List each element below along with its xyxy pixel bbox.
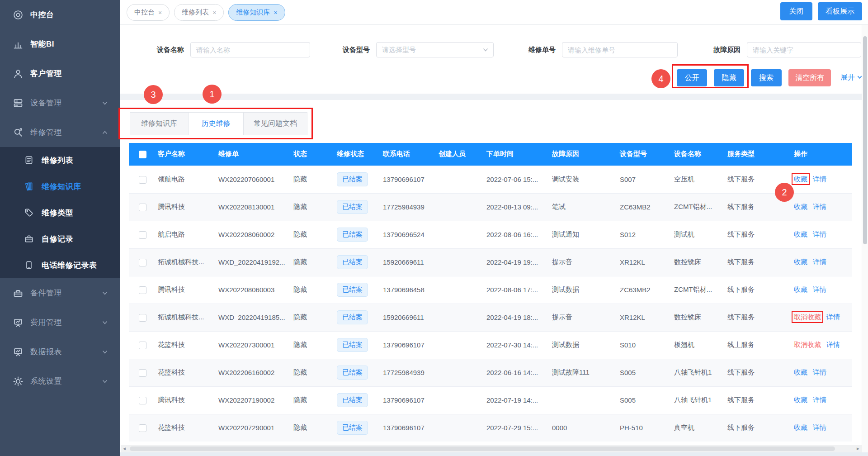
- sidebar-item-自修记录[interactable]: 自修记录: [0, 226, 120, 252]
- cell-service: 线下服务: [727, 221, 794, 248]
- cell-order: WX202207290001: [218, 414, 293, 442]
- scroll-right-arrow-icon[interactable]: ►: [854, 445, 862, 452]
- model-select[interactable]: 请选择型号: [376, 42, 494, 57]
- detail-link[interactable]: 详情: [826, 313, 840, 321]
- sidebar-item-系统设置[interactable]: 系统设置: [0, 366, 120, 396]
- sidebar-item-费用管理[interactable]: 费用管理: [0, 308, 120, 337]
- row-checkbox[interactable]: [139, 176, 146, 184]
- tab-常见问题文档[interactable]: 常见问题文档: [243, 112, 307, 135]
- table-row: 腾讯科技WX202208130001隐藏已结案177259849392022-0…: [129, 193, 852, 221]
- phone-icon: [24, 260, 34, 270]
- select-all-checkbox[interactable]: [139, 151, 146, 158]
- sidebar-item-数据报表[interactable]: 数据报表: [0, 337, 120, 366]
- unfavorite-link[interactable]: 取消收藏: [794, 341, 821, 348]
- column-header-维修状态: 维修状态: [337, 143, 383, 166]
- filter-label: 设备型号: [329, 46, 370, 54]
- row-checkbox[interactable]: [139, 369, 146, 377]
- board-display-button[interactable]: 看板展示: [818, 2, 862, 20]
- sidebar-item-设备管理[interactable]: 设备管理: [0, 88, 120, 118]
- row-checkbox[interactable]: [139, 286, 146, 294]
- row-checkbox[interactable]: [139, 314, 146, 322]
- cell-fault: 测试故障111: [552, 359, 620, 386]
- detail-link[interactable]: 详情: [813, 368, 826, 376]
- detail-link[interactable]: 详情: [813, 175, 826, 183]
- favorite-link[interactable]: 收藏: [794, 203, 807, 210]
- detail-link[interactable]: 详情: [826, 341, 840, 348]
- cell-creator: [439, 331, 486, 359]
- detail-link[interactable]: 详情: [813, 285, 826, 293]
- cell-repair-status: 已结案: [337, 193, 383, 221]
- sidebar-item-维修列表[interactable]: 维修列表: [0, 147, 120, 173]
- open-tab-维修知识库[interactable]: 维修知识库×: [228, 4, 285, 21]
- favorite-link[interactable]: 收藏: [794, 230, 807, 238]
- public-button[interactable]: 公开: [677, 69, 707, 86]
- filter-input-设备名称[interactable]: [191, 43, 310, 57]
- filter-input-故障原因[interactable]: [747, 43, 861, 57]
- favorite-link[interactable]: 收藏: [794, 285, 807, 293]
- close-tab-icon[interactable]: ×: [212, 10, 216, 16]
- row-checkbox[interactable]: [139, 397, 146, 404]
- gear-icon: [13, 376, 24, 387]
- cell-device: 八轴飞针机1: [674, 359, 727, 386]
- cell-creator: [439, 166, 486, 193]
- cell-device: 真空机: [674, 414, 727, 442]
- sidebar-item-维修类型[interactable]: 维修类型: [0, 200, 120, 226]
- row-checkbox[interactable]: [139, 231, 146, 239]
- favorite-link[interactable]: 收藏: [794, 368, 807, 376]
- detail-link[interactable]: 详情: [813, 203, 826, 210]
- favorite-link[interactable]: 收藏: [794, 175, 807, 183]
- cell-order: WX202206160002: [218, 359, 293, 386]
- sidebar-item-智能BI[interactable]: 智能BI: [0, 29, 120, 59]
- cell-creator: [439, 221, 486, 248]
- sidebar-item-中控台[interactable]: 中控台: [0, 0, 120, 29]
- favorite-link[interactable]: 收藏: [794, 396, 807, 404]
- table-row: 航启电路WX202208060002隐藏已结案137906965242022-0…: [129, 221, 852, 248]
- tab-维修知识库[interactable]: 维修知识库: [130, 112, 189, 135]
- hide-button[interactable]: 隐藏: [714, 69, 744, 86]
- search-button[interactable]: 搜索: [751, 69, 782, 86]
- cell-fault: 调试安装: [552, 166, 620, 193]
- row-checkbox[interactable]: [139, 424, 146, 432]
- sidebar-item-客户管理[interactable]: 客户管理: [0, 59, 120, 88]
- detail-link[interactable]: 详情: [813, 423, 826, 431]
- row-checkbox[interactable]: [139, 259, 146, 266]
- cell-model: PH-510: [620, 414, 674, 442]
- status-badge: 已结案: [337, 421, 368, 435]
- row-checkbox[interactable]: [139, 342, 146, 349]
- table-row: 领航电路WX202207060001隐藏已结案137906961072022-0…: [129, 166, 852, 193]
- repair-icon: [13, 127, 24, 138]
- filter-input-维修单号[interactable]: [562, 43, 677, 57]
- clear-all-button[interactable]: 清空所有: [788, 69, 831, 86]
- sidebar-item-维修管理[interactable]: 维修管理: [0, 118, 120, 147]
- close-button[interactable]: 关闭: [780, 2, 812, 20]
- open-tab-维修列表[interactable]: 维修列表×: [174, 4, 224, 21]
- horizontal-scrollbar-thumb[interactable]: [130, 446, 835, 451]
- vertical-scrollbar[interactable]: [862, 25, 868, 452]
- close-tab-icon[interactable]: ×: [274, 10, 277, 16]
- open-tab-中控台[interactable]: 中控台×: [127, 4, 170, 21]
- detail-link[interactable]: 详情: [813, 396, 826, 404]
- tab-历史维修[interactable]: 历史维修: [188, 112, 244, 135]
- vertical-scrollbar-thumb[interactable]: [863, 36, 867, 244]
- detail-link[interactable]: 详情: [813, 230, 826, 238]
- sidebar-submenu: 维修列表维修知识库维修类型自修记录电话维修记录表: [0, 147, 120, 278]
- sidebar-item-维修知识库[interactable]: 维修知识库: [0, 173, 120, 200]
- filter-group-设备型号: 设备型号请选择型号: [329, 42, 494, 57]
- unfavorite-link[interactable]: 取消收藏: [794, 313, 821, 321]
- filter-panel: 设备名称设备型号请选择型号维修单号故障原因 公开 隐藏 搜索 清空所有 展开: [120, 25, 868, 94]
- sidebar-item-电话维修记录表[interactable]: 电话维修记录表: [0, 252, 120, 278]
- favorite-link[interactable]: 收藏: [794, 258, 807, 266]
- sidebar-item-label: 智能BI: [30, 39, 54, 49]
- cell-repair-status: 已结案: [337, 304, 383, 331]
- row-checkbox[interactable]: [139, 204, 146, 211]
- cell-actions: 收藏详情: [794, 166, 852, 193]
- sidebar-item-备件管理[interactable]: 备件管理: [0, 278, 120, 308]
- favorite-link[interactable]: 收藏: [794, 423, 807, 431]
- expand-toggle[interactable]: 展开: [838, 72, 865, 83]
- presentation-icon: [13, 347, 24, 357]
- close-tab-icon[interactable]: ×: [158, 10, 162, 16]
- detail-link[interactable]: 详情: [813, 258, 826, 266]
- scroll-left-arrow-icon[interactable]: ◄: [121, 445, 128, 452]
- horizontal-scrollbar[interactable]: ◄ ►: [121, 445, 862, 452]
- cell-order: WX202208130001: [218, 193, 293, 221]
